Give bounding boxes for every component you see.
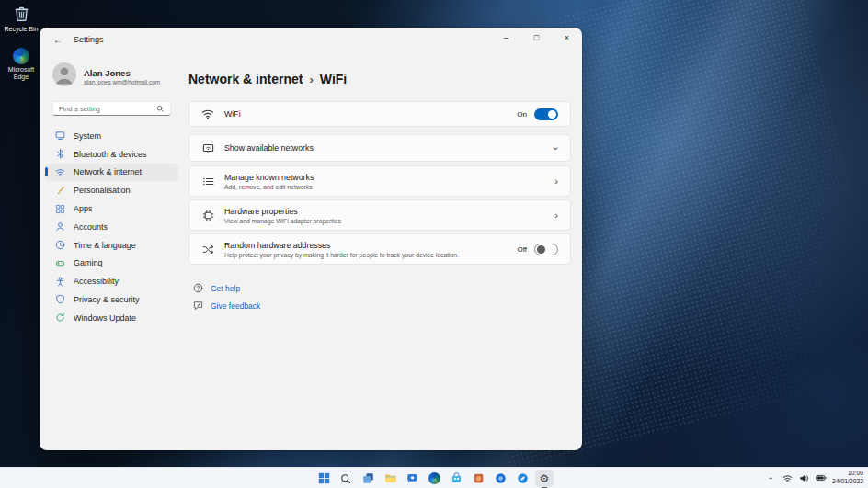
wifi-toggle-row: WiFi On [188,101,571,127]
tray-date: 24/01/2022 [832,478,863,486]
hardware-chip-icon [201,209,214,221]
taskbar-search-button[interactable] [337,470,355,487]
taskbar-edge-button[interactable] [425,470,443,487]
settings-search[interactable] [52,101,171,116]
taskbar-start-button[interactable] [314,470,333,487]
sidebar-item-network-internet[interactable]: Network & internet [45,164,178,181]
manage-known-networks-row[interactable]: Manage known networks Add, remove, and e… [188,165,571,197]
avatar [52,62,76,90]
desktop-icon-edge[interactable]: Microsoft Edge [0,48,42,82]
toggle-knob [548,110,556,119]
window-controls: – □ × [491,28,582,51]
sidebar-nav: System Bluetooth & devices Network & int… [40,127,184,327]
sidebar-item-label: Windows Update [74,313,136,323]
sidebar-item-accessibility[interactable]: Accessibility [45,273,178,290]
close-button[interactable]: × [552,28,582,48]
apps-icon [54,203,65,214]
back-button[interactable]: ← [47,31,69,48]
tray-volume-icon[interactable] [799,472,810,483]
wifi-toggle[interactable] [534,108,558,120]
windows-update-icon [54,312,65,323]
feedback-icon [193,301,203,311]
tray-time: 10:00 [832,470,863,478]
app-blue-icon [495,472,507,484]
bluetooth-icon [54,149,65,160]
tray-network-icon[interactable] [782,472,794,483]
taskbar-app-blue1-button[interactable] [491,470,509,487]
minimize-button[interactable]: – [491,28,521,48]
gear-icon: ⚙ [540,473,550,484]
user-email: alan.jones.wm@hotmail.com [84,79,160,85]
sidebar-item-apps[interactable]: Apps [45,200,178,218]
sidebar-item-gaming[interactable]: Gaming [45,255,178,272]
taskbar-chat-button[interactable] [403,470,421,487]
row-title: Manage known networks [224,173,314,182]
taskbar-center: ⚙ [314,469,554,488]
sidebar-item-label: Gaming [74,258,103,267]
maximize-button[interactable]: □ [521,28,552,48]
taskbar: ⚙ › 10:00 24/01/2022 [0,467,868,488]
sidebar-item-label: Privacy & security [74,295,140,304]
settings-sidebar: Alan Jones alan.jones.wm@hotmail.com [40,51,184,450]
get-help-link[interactable]: Get help [193,283,571,293]
store-icon [451,472,463,484]
sidebar-item-bluetooth-devices[interactable]: Bluetooth & devices [45,145,178,163]
search-input[interactable] [59,105,153,113]
taskbar-settings-button[interactable]: ⚙ [535,470,554,487]
tray-clock[interactable]: 10:00 24/01/2022 [832,470,863,486]
user-account[interactable]: Alan Jones alan.jones.wm@hotmail.com [40,57,184,97]
chevron-right-icon: › [554,176,558,187]
random-addresses-toggle[interactable] [534,244,558,255]
list-icon [201,175,214,187]
gaming-icon [54,257,65,268]
taskbar-store-button[interactable] [447,470,465,487]
tray-battery-icon[interactable] [816,472,827,483]
chevron-right-icon: › [554,210,558,221]
breadcrumb: Network & internet › WiFi [188,72,571,86]
search-icon [340,473,351,484]
available-networks-icon [201,142,214,154]
help-icon [193,283,203,293]
taskbar-app-blue2-button[interactable] [513,470,531,487]
taskbar-app-orange-button[interactable] [469,470,487,487]
sidebar-item-label: Personalisation [74,186,131,195]
desktop-icon-label: Recycle Bin [5,26,39,33]
window-titlebar[interactable]: ← Settings – □ × [40,28,582,51]
random-hardware-addresses-row: Random hardware addresses Help protect y… [188,233,571,265]
sidebar-item-label: Apps [74,204,93,213]
show-available-networks-row[interactable]: Show available networks › [188,134,571,162]
give-feedback-link[interactable]: Give feedback [193,301,571,311]
sidebar-item-personalisation[interactable]: Personalisation [45,182,178,199]
toggle-knob [537,245,545,254]
breadcrumb-separator-icon: › [309,73,313,86]
wifi-icon [201,108,214,120]
sidebar-item-system[interactable]: System [45,127,178,144]
accessibility-icon [54,276,65,287]
edge-icon [428,472,440,484]
sidebar-item-privacy-security[interactable]: Privacy & security [45,290,178,308]
personalisation-icon [54,185,65,196]
chat-icon [406,472,418,484]
breadcrumb-parent[interactable]: Network & internet [188,72,303,86]
desktop-icon-recycle-bin[interactable]: Recycle Bin [0,5,42,34]
sidebar-item-label: Accounts [74,222,108,232]
row-subtitle: View and manage WiFi adapter properties [224,218,341,224]
sidebar-item-accounts[interactable]: Accounts [45,218,178,235]
link-label: Get help [211,284,240,293]
edge-icon [13,48,29,64]
sidebar-item-time-language[interactable]: Time & language [45,236,178,254]
hardware-properties-row[interactable]: Hardware properties View and manage WiFi… [188,199,571,231]
row-subtitle: Help protect your privacy by making it h… [224,252,459,258]
row-title: Random hardware addresses [224,241,459,250]
taskbar-file-explorer-button[interactable] [381,470,399,487]
time-language-icon [54,240,65,251]
task-view-icon [362,472,374,484]
sidebar-item-windows-update[interactable]: Windows Update [45,309,178,326]
row-title: Show available networks [224,143,314,153]
tray-chevron-up-icon[interactable]: › [766,472,777,483]
sidebar-item-label: Bluetooth & devices [74,150,147,159]
search-icon [156,100,165,117]
page-title: WiFi [320,72,347,86]
taskbar-task-view-button[interactable] [359,470,377,487]
file-explorer-icon [384,472,396,484]
